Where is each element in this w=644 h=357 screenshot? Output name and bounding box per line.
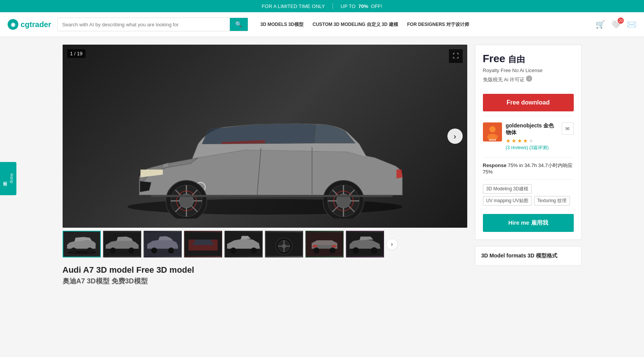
- svg-point-60: [371, 247, 377, 254]
- tags-section: 3D Modeling 3D建模 UV mapping UV贴图 Texturi…: [483, 179, 574, 210]
- star-2: ★: [512, 138, 516, 144]
- product-title: Audi A7 3D model Free 3D model: [63, 265, 467, 275]
- thumbnail-7[interactable]: [305, 231, 344, 257]
- price-display: Free 自由: [483, 53, 574, 65]
- price-card: Free 自由 Royalty Free No Ai License 免版税无 …: [475, 45, 582, 240]
- thumbnail-2[interactable]: [103, 231, 141, 257]
- main-image: ›: [63, 45, 467, 228]
- car-image: [63, 45, 467, 228]
- help-tab[interactable]: Help 帮助: [0, 162, 16, 195]
- tag-uv-mapping[interactable]: UV mapping UV贴图: [483, 196, 532, 206]
- thumbnail-4[interactable]: [184, 231, 222, 257]
- svg-point-62: [489, 126, 496, 132]
- search-bar: 🔍: [57, 18, 248, 31]
- logo-icon: ◉: [8, 19, 18, 30]
- license-info-icon[interactable]: i: [526, 76, 532, 82]
- banner-left: FOR A LIMITED TIME ONLY: [262, 3, 325, 9]
- svg-point-34: [87, 248, 92, 253]
- search-button[interactable]: 🔍: [230, 18, 248, 31]
- reviews-text: (3 reviews) (3篇评测): [506, 145, 558, 151]
- image-counter: 1 / 19: [67, 49, 86, 58]
- nav-links: 3D MODELS 3D模型 CUSTOM 3D MODELING 自定义 3D…: [260, 21, 469, 28]
- formats-card: 3D Model formats 3D 模型格式: [475, 246, 582, 266]
- image-viewer: 1 / 19 ⛶: [63, 45, 467, 228]
- seller-avatar: blend: [483, 122, 502, 142]
- thumbnail-1[interactable]: [63, 231, 101, 257]
- download-button[interactable]: Free download: [483, 94, 574, 111]
- svg-point-48: [282, 244, 286, 249]
- license-chinese: 免版税无 Ai 许可证: [483, 76, 525, 83]
- nav-3d-models[interactable]: 3D MODELS 3D模型: [260, 21, 303, 28]
- hearts-badge: 20: [618, 18, 624, 24]
- top-banner: FOR A LIMITED TIME ONLY UP TO 70% OFF!: [0, 0, 644, 12]
- banner-divider: [332, 3, 333, 9]
- logo[interactable]: ◉ cgtrader: [8, 19, 51, 30]
- star-1: ★: [506, 138, 511, 144]
- svg-rect-55: [332, 245, 336, 247]
- thumbnail-8[interactable]: [346, 231, 384, 257]
- formats-title: 3D Model formats 3D 模型格式: [481, 252, 575, 259]
- next-image-button[interactable]: ›: [447, 129, 463, 144]
- star-5: ★: [529, 138, 534, 144]
- seller-info: goldenobjects 金色物体 ★ ★ ★ ★ ★ (3 reviews)…: [506, 122, 558, 151]
- response-section: Response 75% in 34.7h 34.7小时内响应 75%: [483, 157, 574, 179]
- seller-stars: ★ ★ ★ ★ ★: [506, 138, 558, 144]
- svg-text:blend: blend: [489, 138, 496, 141]
- logo-text: cgtrader: [21, 20, 51, 29]
- svg-point-57: [329, 248, 335, 253]
- header-icons: 🛒 🤍 20 ✉️: [596, 20, 636, 29]
- help-label-chinese: 帮助: [2, 178, 8, 179]
- message-seller-button[interactable]: ✉: [562, 122, 574, 135]
- svg-point-36: [110, 248, 116, 253]
- search-input[interactable]: [58, 18, 230, 31]
- star-3: ★: [517, 138, 522, 144]
- svg-point-44: [251, 248, 257, 253]
- thumbnail-5[interactable]: [224, 231, 263, 257]
- product-title-chinese: 奥迪A7 3D模型 免费3D模型: [63, 277, 467, 286]
- svg-point-33: [71, 248, 76, 253]
- thumbnails-strip: ›: [63, 231, 467, 257]
- seller-name: goldenobjects 金色物体: [506, 122, 558, 136]
- fullscreen-button[interactable]: ⛶: [449, 49, 463, 63]
- hire-button[interactable]: Hire me 雇用我: [483, 214, 574, 232]
- svg-point-39: [151, 248, 157, 253]
- license-line1: Royalty Free No Ai License: [483, 68, 574, 73]
- content-area: 1 / 19 ⛶: [63, 45, 467, 286]
- cart-button[interactable]: 🛒: [596, 20, 605, 29]
- banner-middle: UP TO 70% OFF!: [341, 3, 382, 9]
- license-row: 免版税无 Ai 许可证 i: [483, 74, 574, 83]
- help-label: Help: [10, 174, 14, 184]
- main-content: 1 / 19 ⛶: [55, 45, 589, 286]
- thumbnail-3[interactable]: [144, 231, 182, 257]
- svg-point-59: [352, 247, 359, 254]
- thumbnail-6[interactable]: [265, 231, 303, 257]
- tag-texturing[interactable]: Texturing 纹理: [534, 196, 570, 206]
- thumbnails-next-button[interactable]: ›: [386, 238, 398, 250]
- price-section: Free 自由 Royalty Free No Ai License 免版税无 …: [483, 53, 574, 83]
- nav-for-designers[interactable]: FOR DESIGNERS 对于设计师: [407, 21, 470, 28]
- svg-point-56: [313, 248, 319, 253]
- star-4: ★: [523, 138, 528, 144]
- messages-button[interactable]: ✉️: [627, 20, 636, 29]
- model-title: Audi A7 3D model Free 3D model 奥迪A7 3D模型…: [63, 265, 467, 286]
- seller-section: blend goldenobjects 金色物体 ★ ★ ★ ★ ★ (3 re…: [483, 116, 574, 157]
- response-label: Response: [483, 162, 507, 168]
- tag-3d-modeling[interactable]: 3D Modeling 3D建模: [483, 184, 532, 194]
- svg-point-40: [168, 248, 174, 253]
- sidebar: Free 自由 Royalty Free No Ai License 免版税无 …: [475, 45, 582, 286]
- svg-rect-54: [313, 245, 317, 247]
- header: ◉ cgtrader 🔍 3D MODELS 3D模型 CUSTOM 3D MO…: [0, 12, 644, 37]
- svg-point-43: [230, 248, 236, 253]
- nav-custom-modeling[interactable]: CUSTOM 3D MODELING 自定义 3D 建模: [313, 21, 398, 28]
- hearts-button[interactable]: 🤍 20: [611, 20, 621, 29]
- svg-point-37: [128, 248, 134, 253]
